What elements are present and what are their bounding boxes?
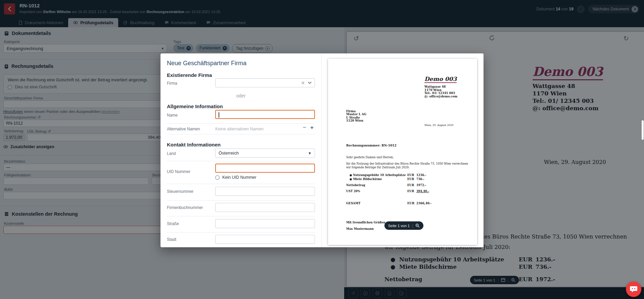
add-alternative-name-button[interactable]: +	[310, 124, 314, 131]
invoice-item: ● Nutzungsgebühr 10 Arbeitsplätze	[350, 173, 406, 177]
invoice-body-line: wir folgende Beträge für Zeitraum Juli 2…	[346, 166, 410, 169]
firma-label: Firma	[167, 81, 177, 86]
divider	[167, 123, 315, 124]
strasse-label: Straße	[167, 221, 179, 226]
divider	[167, 216, 315, 216]
invoice-ust-amount: 394,40.-	[416, 189, 429, 193]
zoom-in-icon[interactable]	[415, 223, 420, 228]
invoice-gesamt-currency: EUR	[407, 202, 414, 205]
invoice-netto-currency: EUR	[407, 183, 414, 187]
steuernummer-input[interactable]	[215, 187, 315, 196]
invoice-ust-currency: EUR	[407, 189, 414, 193]
new-business-partner-modal: Neue Geschäftspartner Firma Existierende…	[160, 53, 484, 247]
text-caret	[219, 112, 219, 118]
uid-input[interactable]	[215, 164, 315, 173]
invoice-closing: Mit freundlichen Grüßen	[346, 221, 385, 224]
page-indicator-label: Seite 1 von 1	[388, 224, 410, 228]
invoice-brand: Demo 003	[424, 76, 457, 83]
alternative-names-empty: Keine alternativen Namen	[215, 127, 264, 131]
strasse-input[interactable]	[215, 219, 315, 228]
invoice-body-line: für die Nutzung der Infrastruktur des Bü…	[346, 162, 468, 165]
kein-uid-radio-row[interactable]: Kein UID Nummer	[215, 175, 256, 180]
preview-page-indicator-pill[interactable]: Seite 1 von 1 |	[384, 221, 423, 230]
name-label: Name	[167, 113, 178, 118]
invoice-signature: Max Mustermann	[346, 227, 374, 230]
invoice-netto-label: Nettobetrag	[346, 183, 365, 187]
chevron-down-icon: ▼	[308, 151, 312, 155]
steuernummer-label: Steuernummer	[167, 189, 193, 194]
invoice-recipient: Firma Muster L AG L Straße 1120 Wien	[346, 110, 366, 123]
invoice-number: Rechnungsnummer: RN-1012	[346, 144, 397, 147]
invoice-item-amount: 1236.-	[416, 173, 426, 177]
divider	[167, 232, 315, 232]
invoice-ust-label: UST 20%	[346, 189, 360, 193]
general-section-title: Allgemeine Information	[167, 103, 223, 109]
invoice-gesamt-amount: 2366,40.-	[416, 202, 431, 205]
invoice-item-name: Nutzungsgebühr 10 Arbeitsplätze	[353, 173, 406, 177]
invoice-greeting: Sehr geehrte Damen und Herren,	[346, 156, 394, 159]
preview-invoice-page: Demo 003 Wattgasse 48 1170 Wien Tel:. 01…	[328, 59, 477, 245]
land-label: Land	[167, 151, 176, 156]
remove-alternative-name-button[interactable]: −	[303, 124, 306, 131]
divider	[167, 184, 315, 184]
divider	[167, 134, 315, 134]
land-value: Österreich	[219, 151, 239, 156]
divider	[167, 161, 315, 161]
firmenbuchnummer-label: Firmenbuchnummer	[167, 205, 203, 210]
invoice-item-name: Miete Bildschirme	[353, 177, 382, 181]
chat-icon	[630, 286, 638, 293]
modal-form: Neue Geschäftspartner Firma Existierende…	[160, 53, 322, 247]
invoice-item: ● Miete Bildschirme	[350, 177, 382, 181]
oder-divider-label: oder	[160, 93, 321, 98]
stadt-input[interactable]	[215, 235, 315, 244]
invoice-date: Wien, 29. August 2020	[424, 124, 454, 127]
chat-widget-button[interactable]	[626, 282, 641, 297]
viewer-scrollbar[interactable]	[642, 120, 644, 140]
invoice-item-amount: 736.-	[416, 177, 424, 181]
modal-document-preview: Demo 003 Wattgasse 48 1170 Wien Tel:. 01…	[322, 53, 484, 247]
clear-icon[interactable]: ✕	[301, 80, 305, 86]
contact-section-title: Kontakt Informationen	[167, 142, 221, 147]
invoice-gesamt-label: GESAMT	[346, 202, 361, 205]
invoice-sender-address: Wattgasse 48 1170 Wien Tel:. 01/ 12345 0…	[424, 85, 457, 98]
chevron-down-icon	[308, 82, 312, 84]
divider	[167, 200, 315, 201]
modal-title: Neue Geschäftspartner Firma	[167, 60, 246, 67]
name-input[interactable]	[215, 110, 315, 119]
land-select[interactable]: Österreich ▼	[215, 148, 315, 158]
existing-company-section-title: Existierende Firma	[167, 72, 212, 78]
kein-uid-label: Kein UID Nummer	[222, 175, 256, 180]
radio-icon[interactable]	[215, 175, 220, 180]
invoice-item-currency: EUR	[407, 173, 414, 177]
alternative-names-label: Alternative Namen	[167, 127, 200, 131]
invoice-address-line: @: office@demo.com	[424, 95, 457, 98]
firma-combobox[interactable]: ✕	[215, 78, 315, 87]
stadt-label: Stadt	[167, 237, 176, 242]
firmenbuchnummer-input[interactable]	[215, 203, 315, 212]
invoice-recipient-line: 1120 Wien	[346, 119, 366, 122]
invoice-item-currency: EUR	[407, 177, 414, 181]
separator: |	[412, 224, 413, 228]
uid-label: UID Nummer	[167, 169, 190, 174]
invoice-netto-amount: 1972.-	[416, 183, 426, 187]
